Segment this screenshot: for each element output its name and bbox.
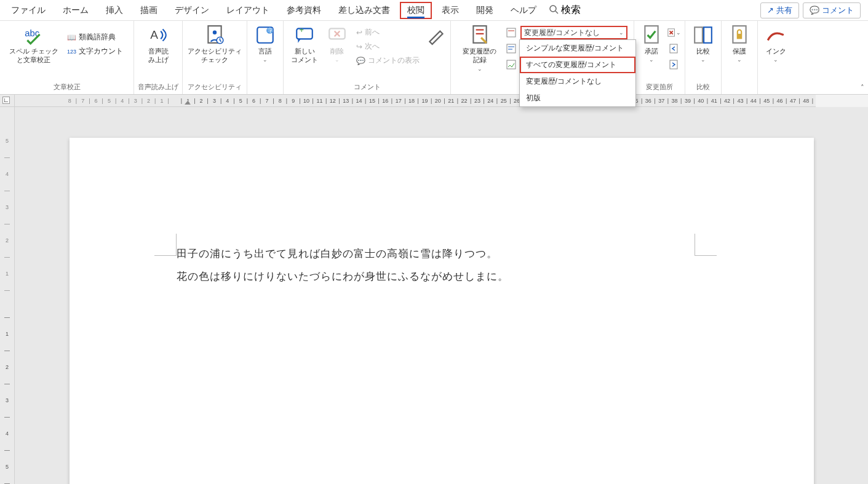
doc-line-1[interactable]: 田子の浦にうち出でて見れば白妙の富士の高嶺に雪は降りつつ。 xyxy=(177,242,707,265)
accessibility-icon xyxy=(204,25,225,46)
accept-icon xyxy=(641,25,662,46)
indent-marker[interactable] xyxy=(185,101,191,105)
accessibility-label: アクセシビリティ チェック xyxy=(188,47,242,65)
menu-developer[interactable]: 開発 xyxy=(468,1,502,20)
margin-corner-tr xyxy=(695,234,717,256)
tracking-small-3[interactable] xyxy=(504,58,518,71)
pen-icon xyxy=(426,25,447,46)
menu-review[interactable]: 校閲 xyxy=(400,2,432,19)
menu-insert[interactable]: 挿入 xyxy=(97,1,132,20)
tracking-small-2[interactable] xyxy=(504,42,518,55)
tracking-display-dropdown[interactable]: 変更履歴/コメントなし ⌄ xyxy=(520,26,627,39)
group-comments-title: コメント xyxy=(354,81,381,93)
next-comment-button[interactable]: ↪次へ xyxy=(352,40,423,53)
margin-corner-tl xyxy=(154,234,177,256)
comment-button[interactable]: 💬 コメント xyxy=(803,2,861,18)
next-label: 次へ xyxy=(365,41,380,52)
dd-item-all[interactable]: すべての変更履歴/コメント xyxy=(520,57,635,73)
menu-file[interactable]: ファイル xyxy=(2,1,54,20)
ink-comment-button[interactable] xyxy=(426,23,447,47)
thesaurus-button[interactable]: 📖 類義語辞典 xyxy=(63,31,127,44)
accessibility-button[interactable]: アクセシビリティ チェック xyxy=(186,23,243,66)
spelling-label: スペル チェック と文章校正 xyxy=(9,47,58,65)
show-comments-label: コメントの表示 xyxy=(368,55,420,66)
new-comment-button[interactable]: + 新しい コメント xyxy=(287,23,322,66)
language-label: 言語 xyxy=(258,47,272,55)
doc-line-2[interactable]: 花の色は移りにけりないたづらにわが身世にふるながめせしまに。 xyxy=(177,265,707,288)
svg-rect-29 xyxy=(670,60,677,69)
chevron-down-icon: ⌄ xyxy=(773,57,778,64)
prev-label: 前へ xyxy=(365,27,380,38)
dd-item-none[interactable]: 変更履歴/コメントなし xyxy=(520,73,635,90)
page-area[interactable]: 田子の浦にうち出でて見れば白妙の富士の高嶺に雪は降りつつ。 花の色は移りにけりな… xyxy=(15,107,868,484)
read-aloud-icon: A xyxy=(148,25,169,46)
svg-rect-30 xyxy=(695,27,703,43)
menu-draw[interactable]: 描画 xyxy=(132,1,166,20)
reject-button[interactable]: ⌄ xyxy=(667,26,681,39)
search-group[interactable]: 検索 xyxy=(549,4,581,17)
tab-selector[interactable]: ∟ xyxy=(2,97,10,104)
document-page[interactable]: 田子の浦にうち出でて見れば白妙の富士の高嶺に雪は降りつつ。 花の色は移りにけりな… xyxy=(70,138,814,484)
menu-references[interactable]: 参考資料 xyxy=(278,1,330,20)
group-language: 字 言語 ⌄ xyxy=(247,21,284,94)
collapse-ribbon-button[interactable]: ˄ xyxy=(861,84,864,92)
chevron-down-icon: ⌄ xyxy=(335,57,340,64)
accept-label: 承諾 xyxy=(645,47,658,55)
share-label: 共有 xyxy=(776,5,792,16)
chevron-down-icon: ⌄ xyxy=(619,30,624,36)
prev-change-button[interactable] xyxy=(667,42,681,55)
next-change-button[interactable] xyxy=(667,58,681,71)
language-icon: 字 xyxy=(255,25,276,46)
delete-comment-button[interactable]: 削除 ⌄ xyxy=(324,23,350,65)
group-speech-title: 音声読み上げ xyxy=(138,81,178,93)
dd-item-original[interactable]: 初版 xyxy=(520,90,635,106)
chevron-down-icon: ⌄ xyxy=(701,57,706,64)
menu-home[interactable]: ホーム xyxy=(54,1,97,20)
accept-button[interactable]: 承諾 ⌄ xyxy=(638,23,665,65)
group-proofing-title: 文章校正 xyxy=(54,81,81,93)
ink-button[interactable]: インク ⌄ xyxy=(762,23,790,65)
group-compare-title: 比較 xyxy=(696,81,710,93)
group-tracking: 変更履歴の 記録⌄ 変更履歴/コメントなし ⌄ シンプルな変更履歴/コメント す… xyxy=(451,21,634,94)
group-accessibility: アクセシビリティ チェック アクセシビリティ xyxy=(183,21,247,94)
spelling-button[interactable]: abc スペル チェック と文章校正 xyxy=(7,23,61,66)
svg-point-0 xyxy=(550,6,556,12)
group-comments: + 新しい コメント 削除 ⌄ ↩前へ ↪次へ 💬コメントの表示 コメント xyxy=(284,21,451,94)
search-label: 検索 xyxy=(561,4,581,17)
menu-mailings[interactable]: 差し込み文書 xyxy=(330,1,399,20)
tracking-small-1[interactable] xyxy=(504,26,518,39)
protect-label: 保護 xyxy=(733,47,746,55)
show-comments-button[interactable]: 💬コメントの表示 xyxy=(352,54,423,67)
menu-help[interactable]: ヘルプ xyxy=(502,1,545,20)
track-changes-button[interactable]: 変更履歴の 記録⌄ xyxy=(458,23,502,74)
wordcount-button[interactable]: 123 文字カウント xyxy=(63,45,127,58)
thesaurus-label: 類義語辞典 xyxy=(79,32,116,42)
compare-button[interactable]: 比較 ⌄ xyxy=(689,23,717,65)
next-icon: ↪ xyxy=(356,42,362,51)
chevron-down-icon: ⌄ xyxy=(477,66,482,73)
horizontal-ruler[interactable]: 8|7|6|5|4|3|2|1||1|2|3|4|5|6|7|8|9|10|11… xyxy=(15,95,816,107)
read-aloud-button[interactable]: A 音声読 み上げ xyxy=(139,23,177,66)
track-changes-label: 変更履歴の 記録 xyxy=(463,47,496,65)
group-protect: 保護 ⌄ xyxy=(722,21,758,94)
chevron-down-icon: ⌄ xyxy=(737,57,742,64)
new-comment-label: 新しい コメント xyxy=(291,47,318,65)
protect-button[interactable]: 保護 ⌄ xyxy=(725,23,754,65)
vertical-ruler[interactable]: 5—4—3—2—1——1—2—3—4—5—6—7—8—9—10 xyxy=(0,107,15,484)
menu-layout[interactable]: レイアウト xyxy=(218,1,278,20)
prev-comment-button[interactable]: ↩前へ xyxy=(352,26,423,39)
tracking-display-value: 変更履歴/コメントなし xyxy=(524,28,600,38)
chevron-down-icon: ⌄ xyxy=(676,30,681,36)
group-language-title xyxy=(264,83,266,93)
menu-design[interactable]: デザイン xyxy=(166,1,218,20)
dd-item-simple[interactable]: シンプルな変更履歴/コメント xyxy=(520,40,635,57)
read-aloud-label: 音声読 み上げ xyxy=(148,47,169,65)
comment-label: コメント xyxy=(822,5,854,16)
group-accessibility-title: アクセシビリティ xyxy=(188,81,242,93)
svg-rect-33 xyxy=(737,34,743,39)
language-button[interactable]: 字 言語 ⌄ xyxy=(251,23,279,65)
compare-label: 比較 xyxy=(696,47,710,55)
group-compare: 比較 ⌄ 比較 xyxy=(685,21,722,94)
share-button[interactable]: ↗ 共有 xyxy=(760,2,799,18)
menu-view[interactable]: 表示 xyxy=(433,1,468,20)
